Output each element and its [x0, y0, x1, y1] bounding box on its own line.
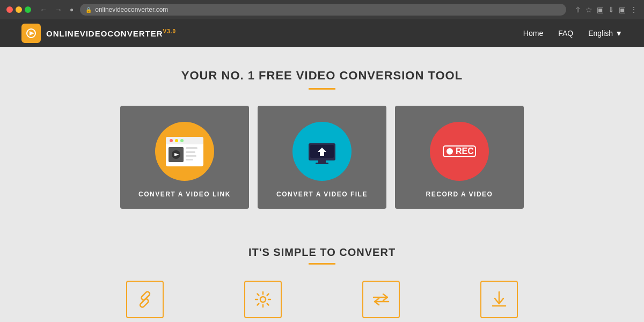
- extensions-button[interactable]: ▣: [597, 5, 604, 14]
- steps-section: IT'S SIMPLE TO CONVERT Enter the link of…: [11, 236, 633, 322]
- steps-underline: [309, 263, 335, 265]
- card-link-label: CONVERT A VIDEO LINK: [138, 191, 231, 198]
- step-2-icon: [244, 281, 282, 318]
- step-2: Select the format you want to convert to…: [209, 281, 317, 322]
- svg-point-19: [447, 148, 453, 155]
- svg-point-23: [260, 297, 266, 302]
- svg-point-6: [180, 139, 184, 142]
- browser-nav: ← → ●: [38, 4, 76, 15]
- step-1-icon: [126, 281, 164, 318]
- menu-button[interactable]: ⋮: [630, 5, 638, 14]
- lock-icon: 🔒: [85, 7, 92, 13]
- download-button[interactable]: ⇓: [608, 5, 614, 14]
- hero-section: YOUR NO. 1 FREE VIDEO CONVERSION TOOL: [11, 69, 633, 90]
- step-4-icon: [480, 281, 518, 318]
- card-file-label: CONVERT A VIDEO FILE: [276, 191, 368, 198]
- main-content: YOUR NO. 1 FREE VIDEO CONVERSION TOOL: [0, 47, 644, 322]
- minimize-dot: [16, 6, 22, 13]
- forward-button[interactable]: →: [53, 4, 64, 15]
- steps-row: Enter the link of the video that you wan…: [11, 281, 633, 322]
- address-text: onlinevideoconverter.com: [95, 6, 168, 13]
- back-button[interactable]: ←: [38, 4, 49, 15]
- card-file-icon: [292, 122, 352, 181]
- tab-button[interactable]: ▣: [619, 5, 626, 14]
- svg-rect-12: [186, 155, 196, 157]
- nav-faq[interactable]: FAQ: [558, 29, 573, 38]
- bookmark-button[interactable]: ☆: [586, 5, 592, 14]
- refresh-button[interactable]: ●: [68, 4, 76, 15]
- step-3-icon: [362, 281, 400, 318]
- logo-icon: [21, 24, 41, 43]
- steps-title: IT'S SIMPLE TO CONVERT: [11, 246, 633, 259]
- svg-text:REC: REC: [456, 147, 474, 156]
- svg-rect-17: [318, 160, 326, 163]
- browser-dots: [6, 6, 31, 13]
- logo-area: OnlineVideoConverterv3.0: [21, 24, 176, 43]
- card-video-file[interactable]: CONVERT A VIDEO FILE: [258, 106, 386, 209]
- close-dot: [6, 6, 13, 13]
- card-rec-label: RECORD A VIDEO: [426, 191, 493, 198]
- card-video-link[interactable]: CONVERT A VIDEO LINK: [120, 106, 249, 209]
- svg-rect-13: [186, 159, 193, 160]
- browser-chrome: ← → ● 🔒 onlinevideoconverter.com ⇧ ☆ ▣ ⇓…: [0, 0, 644, 19]
- hero-title: YOUR NO. 1 FREE VIDEO CONVERSION TOOL: [11, 69, 633, 83]
- card-record[interactable]: REC RECORD A VIDEO: [395, 106, 524, 209]
- navbar: OnlineVideoConverterv3.0 Home FAQ Englis…: [0, 19, 644, 47]
- step-4: That's it! You can download the file onc…: [445, 281, 553, 322]
- cards-row: CONVERT A VIDEO LINK CONVERT A VIDEO FIL…: [11, 106, 633, 209]
- svg-marker-1: [30, 31, 34, 35]
- step-3: Click "Start" to start the conversion pr…: [327, 281, 435, 322]
- language-selector[interactable]: English ▼: [588, 29, 623, 38]
- nav-home[interactable]: Home: [523, 29, 543, 38]
- svg-rect-10: [186, 147, 197, 149]
- nav-links: Home FAQ English ▼: [523, 29, 623, 38]
- card-rec-icon: REC: [430, 122, 489, 181]
- address-bar[interactable]: 🔒 onlinevideoconverter.com: [80, 4, 566, 16]
- svg-point-5: [175, 139, 178, 142]
- browser-actions: ⇧ ☆ ▣ ⇓ ▣ ⋮: [575, 5, 638, 14]
- fullscreen-dot: [25, 6, 31, 13]
- svg-rect-18: [316, 163, 328, 164]
- svg-rect-11: [186, 151, 195, 153]
- share-button[interactable]: ⇧: [575, 5, 581, 14]
- step-1: Enter the link of the video that you wan…: [91, 281, 199, 322]
- card-link-icon: [155, 122, 214, 181]
- svg-point-4: [170, 139, 173, 142]
- logo-text: OnlineVideoConverterv3.0: [46, 28, 176, 38]
- hero-underline: [309, 88, 335, 90]
